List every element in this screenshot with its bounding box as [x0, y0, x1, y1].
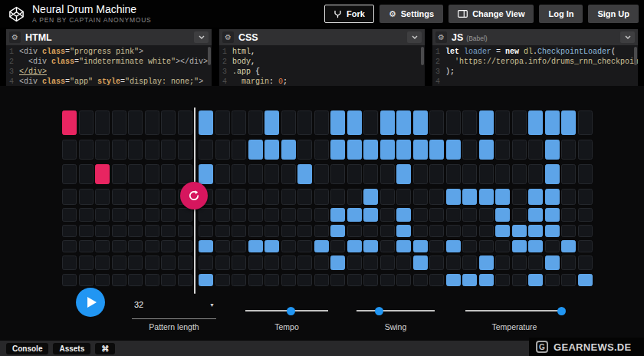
- grid-cell[interactable]: [429, 110, 444, 135]
- grid-cell[interactable]: [215, 274, 230, 286]
- grid-cell[interactable]: [297, 225, 312, 237]
- grid-cell[interactable]: [495, 274, 510, 286]
- grid-cell[interactable]: [528, 140, 543, 160]
- grid-cell[interactable]: [264, 208, 279, 222]
- grid-cell[interactable]: [297, 164, 312, 184]
- grid-cell[interactable]: [330, 110, 345, 135]
- grid-cell[interactable]: [578, 225, 593, 237]
- grid-cell[interactable]: [199, 240, 213, 252]
- grid-cell[interactable]: [178, 164, 192, 184]
- grid-cell[interactable]: [281, 225, 296, 237]
- grid-cell[interactable]: [62, 189, 77, 205]
- js-settings-gear-icon[interactable]: ⚙: [435, 31, 447, 43]
- grid-cell[interactable]: [264, 140, 279, 160]
- grid-cell[interactable]: [79, 208, 94, 222]
- grid-cell[interactable]: [215, 208, 230, 222]
- grid-cell[interactable]: [330, 140, 345, 160]
- grid-cell[interactable]: [79, 255, 94, 270]
- grid-cell[interactable]: [561, 274, 576, 286]
- grid-cell[interactable]: [314, 189, 329, 205]
- html-settings-gear-icon[interactable]: ⚙: [9, 31, 21, 43]
- grid-cell[interactable]: [145, 189, 159, 205]
- grid-cell[interactable]: [330, 255, 345, 270]
- grid-cell[interactable]: [281, 274, 296, 286]
- grid-cell[interactable]: [479, 110, 494, 135]
- grid-cell[interactable]: [128, 225, 143, 237]
- grid-cell[interactable]: [248, 274, 263, 286]
- grid-cell[interactable]: [112, 189, 127, 205]
- grid-cell[interactable]: [363, 110, 378, 135]
- grid-cell[interactable]: [512, 240, 527, 252]
- grid-cell[interactable]: [161, 274, 176, 286]
- grid-cell[interactable]: [112, 164, 127, 184]
- grid-cell[interactable]: [462, 240, 477, 252]
- grid-cell[interactable]: [413, 208, 428, 222]
- grid-cell[interactable]: [314, 255, 329, 270]
- console-button[interactable]: Console: [6, 343, 48, 354]
- grid-cell[interactable]: [528, 255, 543, 270]
- grid-cell[interactable]: [248, 110, 263, 135]
- grid-cell[interactable]: [178, 110, 192, 135]
- grid-cell[interactable]: [264, 274, 279, 286]
- grid-cell[interactable]: [281, 240, 296, 252]
- grid-cell[interactable]: [479, 240, 494, 252]
- grid-cell[interactable]: [178, 225, 192, 237]
- grid-cell[interactable]: [161, 225, 176, 237]
- grid-cell[interactable]: [264, 255, 279, 270]
- grid-cell[interactable]: [232, 225, 246, 237]
- temperature-slider[interactable]: Temperature: [465, 310, 564, 312]
- grid-cell[interactable]: [446, 255, 461, 270]
- grid-cell[interactable]: [297, 208, 312, 222]
- css-code-editor[interactable]: 1html,2body,3.app {4 margin: 0;: [219, 45, 425, 86]
- grid-cell[interactable]: [281, 110, 296, 135]
- grid-cell[interactable]: [199, 225, 213, 237]
- grid-cell[interactable]: [429, 225, 444, 237]
- grid-cell[interactable]: [199, 140, 213, 160]
- grid-cell[interactable]: [264, 240, 279, 252]
- grid-cell[interactable]: [396, 255, 411, 270]
- swing-slider-thumb[interactable]: [375, 307, 383, 315]
- grid-cell[interactable]: [545, 140, 560, 160]
- grid-cell[interactable]: [128, 189, 143, 205]
- grid-cell[interactable]: [297, 240, 312, 252]
- grid-cell[interactable]: [363, 274, 378, 286]
- grid-cell[interactable]: [512, 274, 527, 286]
- grid-cell[interactable]: [232, 240, 246, 252]
- grid-cell[interactable]: [95, 164, 110, 184]
- grid-cell[interactable]: [145, 240, 159, 252]
- grid-cell[interactable]: [413, 189, 428, 205]
- grid-cell[interactable]: [578, 110, 593, 135]
- grid-cell[interactable]: [495, 189, 510, 205]
- grid-cell[interactable]: [561, 255, 576, 270]
- grid-cell[interactable]: [145, 274, 159, 286]
- grid-cell[interactable]: [112, 255, 127, 270]
- grid-cell[interactable]: [62, 164, 77, 184]
- grid-cell[interactable]: [545, 255, 560, 270]
- grid-cell[interactable]: [79, 240, 94, 252]
- grid-cell[interactable]: [446, 110, 461, 135]
- grid-cell[interactable]: [199, 110, 213, 135]
- pattern-length-select[interactable]: 32 ▼: [132, 298, 216, 319]
- grid-cell[interactable]: [512, 208, 527, 222]
- grid-cell[interactable]: [545, 164, 560, 184]
- grid-cell[interactable]: [128, 240, 143, 252]
- grid-cell[interactable]: [495, 208, 510, 222]
- grid-cell[interactable]: [330, 164, 345, 184]
- grid-cell[interactable]: [479, 274, 494, 286]
- grid-cell[interactable]: [495, 140, 510, 160]
- grid-cell[interactable]: [446, 140, 461, 160]
- grid-cell[interactable]: [112, 208, 127, 222]
- grid-cell[interactable]: [561, 208, 576, 222]
- grid-cell[interactable]: [297, 255, 312, 270]
- grid-cell[interactable]: [199, 255, 213, 270]
- grid-cell[interactable]: [79, 189, 94, 205]
- grid-cell[interactable]: [62, 110, 77, 135]
- grid-cell[interactable]: [232, 208, 246, 222]
- grid-cell[interactable]: [495, 240, 510, 252]
- grid-cell[interactable]: [363, 140, 378, 160]
- grid-cell[interactable]: [561, 240, 576, 252]
- js-code-editor[interactable]: 1let loader = new dl.CheckpointLoader(2 …: [432, 45, 638, 86]
- grid-cell[interactable]: [446, 274, 461, 286]
- grid-cell[interactable]: [281, 189, 296, 205]
- grid-cell[interactable]: [215, 255, 230, 270]
